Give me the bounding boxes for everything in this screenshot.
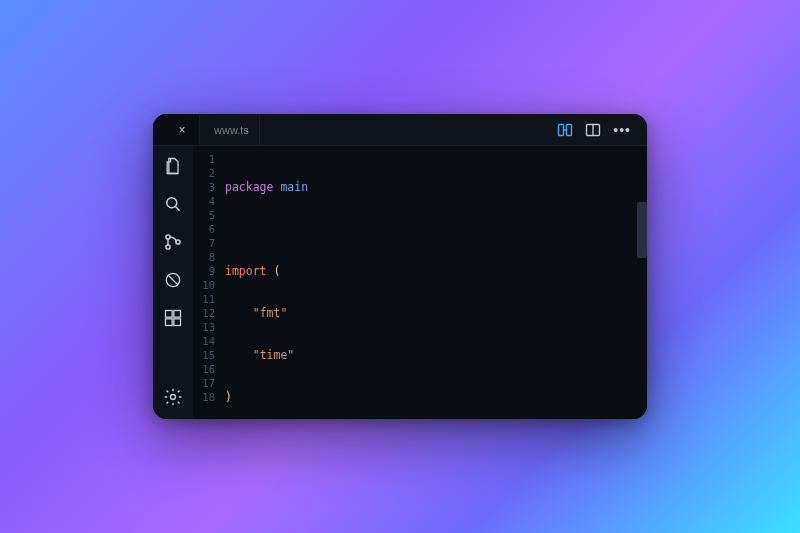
source-control-icon[interactable] bbox=[163, 232, 183, 252]
line-number: 14 bbox=[193, 334, 221, 348]
tab-inactive-label: www.ts bbox=[214, 124, 249, 136]
extensions-icon[interactable] bbox=[163, 308, 183, 328]
debug-icon[interactable] bbox=[163, 270, 183, 290]
svg-rect-0 bbox=[559, 124, 564, 135]
line-number: 7 bbox=[193, 236, 221, 250]
titlebar: × www.ts ••• bbox=[153, 114, 647, 146]
line-number: 17 bbox=[193, 376, 221, 390]
svg-rect-13 bbox=[166, 319, 173, 326]
line-number: 12 bbox=[193, 306, 221, 320]
svg-rect-11 bbox=[166, 311, 173, 318]
line-number: 5 bbox=[193, 208, 221, 222]
scrollbar-thumb[interactable] bbox=[637, 202, 647, 258]
layout-icon[interactable] bbox=[585, 122, 601, 138]
svg-point-6 bbox=[166, 235, 170, 239]
code-line: "time" bbox=[225, 348, 633, 362]
svg-point-4 bbox=[167, 198, 177, 208]
line-number: 10 bbox=[193, 278, 221, 292]
svg-rect-14 bbox=[174, 319, 181, 326]
code-editor[interactable]: 1 2 3 4 5 6 7 8 9 10 11 12 13 14 15 16 1… bbox=[193, 146, 647, 419]
line-number: 11 bbox=[193, 292, 221, 306]
svg-rect-12 bbox=[174, 311, 181, 318]
window-body: 1 2 3 4 5 6 7 8 9 10 11 12 13 14 15 16 1… bbox=[153, 146, 647, 419]
activity-bar bbox=[153, 146, 193, 419]
line-number-gutter: 1 2 3 4 5 6 7 8 9 10 11 12 13 14 15 16 1… bbox=[193, 152, 221, 404]
line-number: 18 bbox=[193, 390, 221, 404]
code-line: package main bbox=[225, 180, 633, 194]
line-number: 8 bbox=[193, 250, 221, 264]
svg-line-5 bbox=[176, 207, 180, 211]
code-line: "fmt" bbox=[225, 306, 633, 320]
explorer-icon[interactable] bbox=[163, 156, 183, 176]
line-number: 6 bbox=[193, 222, 221, 236]
editor-window: × www.ts ••• bbox=[153, 114, 647, 419]
split-diff-icon[interactable] bbox=[557, 122, 573, 138]
search-icon[interactable] bbox=[163, 194, 183, 214]
code-content: package main import ( "fmt" "time" ) fun… bbox=[225, 152, 633, 419]
tab-www-ts[interactable]: www.ts bbox=[200, 114, 260, 145]
titlebar-actions: ••• bbox=[557, 122, 641, 138]
svg-point-7 bbox=[166, 245, 170, 249]
close-icon[interactable]: × bbox=[175, 123, 189, 137]
line-number: 4 bbox=[193, 194, 221, 208]
line-number: 2 bbox=[193, 166, 221, 180]
line-number: 13 bbox=[193, 320, 221, 334]
more-icon[interactable]: ••• bbox=[613, 122, 631, 138]
settings-gear-icon[interactable] bbox=[163, 387, 183, 407]
line-number: 1 bbox=[193, 152, 221, 166]
svg-line-10 bbox=[168, 275, 178, 285]
svg-rect-1 bbox=[567, 124, 572, 135]
code-line: ) bbox=[225, 390, 633, 404]
code-line: import ( bbox=[225, 264, 633, 278]
line-number: 16 bbox=[193, 362, 221, 376]
line-number: 15 bbox=[193, 348, 221, 362]
svg-point-15 bbox=[171, 395, 176, 400]
line-number: 3 bbox=[193, 180, 221, 194]
line-number: 9 bbox=[193, 264, 221, 278]
tab-active[interactable]: × bbox=[153, 114, 200, 145]
code-line bbox=[225, 222, 633, 236]
